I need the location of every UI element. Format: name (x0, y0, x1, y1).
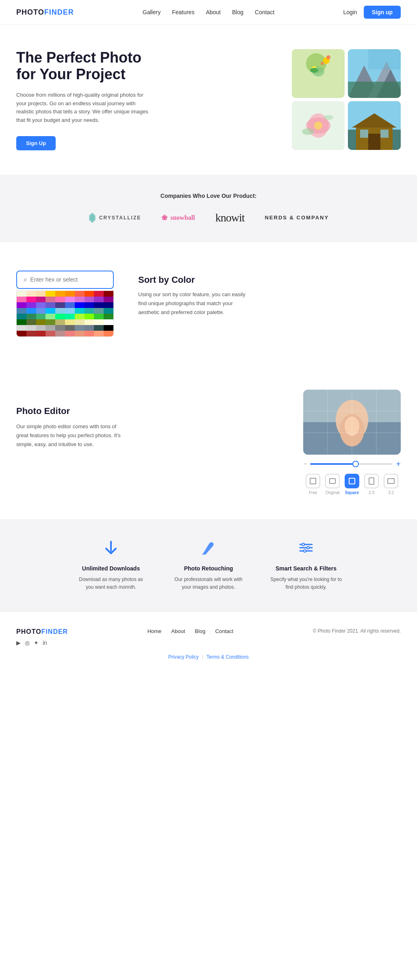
color-swatch[interactable] (17, 325, 26, 331)
color-swatch[interactable] (55, 319, 65, 325)
color-swatch[interactable] (26, 297, 36, 302)
color-swatch[interactable] (36, 314, 46, 319)
footer-terms-link[interactable]: Terms & Conditions (206, 654, 249, 660)
color-swatch[interactable] (75, 297, 85, 302)
color-swatch[interactable] (36, 319, 46, 325)
nav-contact[interactable]: Contact (255, 9, 274, 15)
signup-button[interactable]: Sign up (364, 6, 401, 19)
slider-thumb[interactable] (352, 461, 359, 467)
color-swatch[interactable] (75, 325, 85, 331)
hero-signup-button[interactable]: Sign Up (16, 136, 56, 150)
color-swatch[interactable] (104, 291, 113, 297)
color-swatch[interactable] (36, 291, 46, 297)
color-swatch[interactable] (17, 297, 26, 302)
color-swatch[interactable] (104, 331, 113, 336)
color-swatch[interactable] (65, 319, 75, 325)
color-swatch[interactable] (85, 319, 94, 325)
color-swatch[interactable] (65, 331, 75, 336)
color-swatch[interactable] (26, 325, 36, 331)
footer-about-link[interactable]: About (171, 628, 185, 634)
color-swatch[interactable] (94, 308, 104, 314)
color-swatch[interactable] (55, 314, 65, 319)
color-swatch[interactable] (26, 314, 36, 319)
color-swatch[interactable] (75, 331, 85, 336)
crop-2-3[interactable]: 2:3 (364, 474, 379, 495)
crop-original[interactable]: Original (325, 474, 340, 495)
color-swatch[interactable] (104, 314, 113, 319)
social-youtube-icon[interactable]: ▶ (16, 640, 21, 646)
color-swatch[interactable] (36, 325, 46, 331)
slider-track[interactable] (310, 463, 393, 465)
color-swatch[interactable] (104, 319, 113, 325)
color-swatch[interactable] (104, 308, 113, 314)
color-swatch[interactable] (75, 319, 85, 325)
color-swatch[interactable] (17, 319, 26, 325)
color-swatch[interactable] (46, 291, 55, 297)
color-swatch[interactable] (65, 308, 75, 314)
color-swatch[interactable] (17, 291, 26, 297)
color-swatch[interactable] (55, 291, 65, 297)
color-swatch[interactable] (75, 302, 85, 308)
color-swatch[interactable] (94, 302, 104, 308)
footer-home-link[interactable]: Home (148, 628, 162, 634)
login-button[interactable]: Login (343, 9, 357, 15)
nav-about[interactable]: About (206, 9, 221, 15)
color-swatch[interactable] (75, 291, 85, 297)
color-swatch[interactable] (17, 314, 26, 319)
hex-input-wrapper[interactable]: # (16, 271, 114, 289)
crop-3-2[interactable]: 3:2 (384, 474, 398, 495)
color-swatch[interactable] (46, 297, 55, 302)
color-swatch[interactable] (17, 331, 26, 336)
color-swatch[interactable] (55, 331, 65, 336)
color-swatch[interactable] (94, 314, 104, 319)
color-swatch[interactable] (36, 331, 46, 336)
color-swatch[interactable] (65, 314, 75, 319)
color-swatch[interactable] (55, 302, 65, 308)
color-swatch[interactable] (36, 302, 46, 308)
color-swatch[interactable] (65, 297, 75, 302)
color-swatch[interactable] (94, 319, 104, 325)
color-swatch[interactable] (46, 331, 55, 336)
hex-input[interactable] (30, 276, 106, 283)
nav-blog[interactable]: Blog (232, 9, 243, 15)
color-swatch[interactable] (85, 302, 94, 308)
color-swatch[interactable] (85, 331, 94, 336)
color-swatch[interactable] (26, 291, 36, 297)
color-swatch[interactable] (104, 297, 113, 302)
color-swatch[interactable] (55, 297, 65, 302)
color-swatch[interactable] (85, 297, 94, 302)
color-swatch[interactable] (46, 314, 55, 319)
color-swatch[interactable] (94, 297, 104, 302)
color-swatch[interactable] (17, 302, 26, 308)
crop-square[interactable]: Square (345, 474, 359, 495)
color-swatch[interactable] (26, 331, 36, 336)
color-swatch[interactable] (75, 314, 85, 319)
color-swatch[interactable] (94, 291, 104, 297)
color-swatch[interactable] (85, 325, 94, 331)
color-swatch[interactable] (94, 331, 104, 336)
nav-features[interactable]: Features (172, 9, 194, 15)
footer-privacy-link[interactable]: Privacy Policy (168, 654, 199, 660)
color-swatch[interactable] (85, 291, 94, 297)
color-swatch[interactable] (46, 302, 55, 308)
color-swatch[interactable] (104, 302, 113, 308)
color-swatch[interactable] (85, 314, 94, 319)
crop-free[interactable]: Free (306, 474, 320, 495)
color-swatch[interactable] (26, 302, 36, 308)
social-instagram-icon[interactable]: ◎ (25, 640, 30, 646)
color-swatch[interactable] (85, 308, 94, 314)
color-swatch[interactable] (36, 308, 46, 314)
color-swatch[interactable] (46, 325, 55, 331)
color-swatch[interactable] (75, 308, 85, 314)
color-swatch[interactable] (36, 297, 46, 302)
color-swatch[interactable] (46, 319, 55, 325)
color-swatch[interactable] (17, 308, 26, 314)
social-twitter-icon[interactable]: ✦ (34, 640, 39, 646)
color-swatch[interactable] (26, 319, 36, 325)
footer-blog-link[interactable]: Blog (195, 628, 205, 634)
color-swatch[interactable] (65, 291, 75, 297)
color-swatch[interactable] (55, 325, 65, 331)
color-swatch[interactable] (46, 308, 55, 314)
color-swatch[interactable] (65, 325, 75, 331)
color-swatch[interactable] (104, 325, 113, 331)
